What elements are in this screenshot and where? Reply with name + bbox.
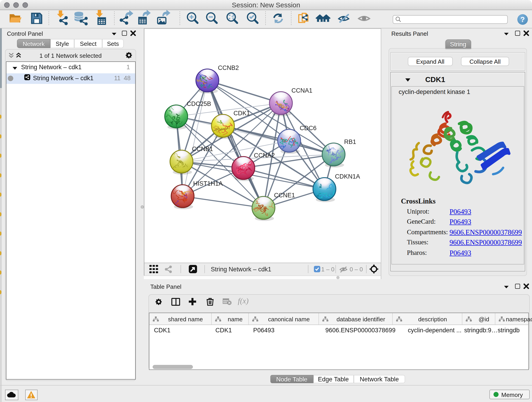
svg-text:RB1: RB1	[344, 138, 356, 145]
svg-text:CDKN1A: CDKN1A	[335, 173, 360, 180]
svg-text:HIST1H1A: HIST1H1A	[193, 180, 222, 187]
svg-text:CDC6: CDC6	[299, 125, 317, 132]
svg-text:CCNA2: CCNA2	[254, 152, 275, 159]
svg-text:CDK1: CDK1	[233, 110, 250, 117]
svg-text:CCNE1: CCNE1	[274, 192, 295, 199]
svg-text:CDC25B: CDC25B	[186, 100, 211, 107]
svg-text:CCNB1: CCNB1	[192, 146, 213, 153]
svg-text:CCNA1: CCNA1	[291, 87, 312, 94]
svg-text:CCNB2: CCNB2	[218, 64, 239, 71]
